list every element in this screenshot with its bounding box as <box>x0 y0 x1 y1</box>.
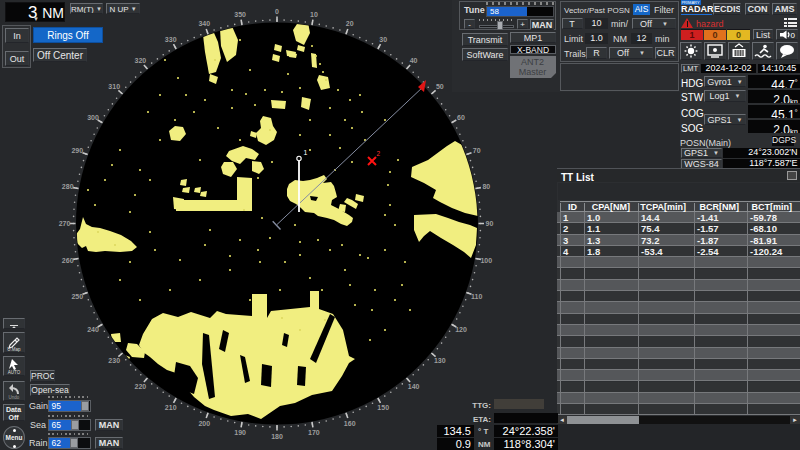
svg-text:AUTO: AUTO <box>7 370 20 375</box>
svg-text:150: 150 <box>377 404 389 411</box>
svg-text:1: 1 <box>304 149 308 156</box>
svg-text:170: 170 <box>308 429 320 436</box>
svg-text:10: 10 <box>310 11 318 18</box>
svg-text:340: 340 <box>198 20 210 27</box>
svg-text:20: 20 <box>346 20 354 27</box>
svg-text:280: 280 <box>62 183 74 190</box>
svg-text:240: 240 <box>87 326 99 333</box>
svg-text:0: 0 <box>791 31 796 40</box>
svg-text:0: 0 <box>275 8 279 15</box>
svg-text:50: 50 <box>436 83 444 90</box>
svg-text:130: 130 <box>434 357 446 364</box>
svg-text:330: 330 <box>165 36 177 43</box>
svg-text:100: 100 <box>480 257 492 264</box>
svg-text:270: 270 <box>59 220 71 227</box>
svg-text:30: 30 <box>379 36 387 43</box>
svg-text:60: 60 <box>457 114 465 121</box>
svg-text:90: 90 <box>486 220 494 227</box>
svg-text:230: 230 <box>108 357 120 364</box>
svg-text:160: 160 <box>344 420 356 427</box>
svg-text:200: 200 <box>198 420 210 427</box>
svg-text:70: 70 <box>473 147 481 154</box>
svg-text:290: 290 <box>71 147 83 154</box>
svg-text:320: 320 <box>135 57 147 64</box>
svg-text:180: 180 <box>271 433 283 440</box>
svg-text:2: 2 <box>377 150 381 157</box>
svg-text:Undo: Undo <box>8 395 19 400</box>
svg-text:250: 250 <box>71 293 83 300</box>
svg-text:300: 300 <box>87 114 99 121</box>
svg-text:U.Map: U.Map <box>7 347 21 352</box>
svg-text:110: 110 <box>471 293 482 300</box>
svg-text:80: 80 <box>482 183 490 190</box>
svg-text:210: 210 <box>165 404 177 411</box>
svg-text:350: 350 <box>234 11 246 18</box>
svg-text:260: 260 <box>62 257 74 264</box>
svg-text:140: 140 <box>408 383 420 390</box>
svg-text:220: 220 <box>135 383 147 390</box>
svg-text:190: 190 <box>234 429 246 436</box>
svg-text:120: 120 <box>455 326 467 333</box>
svg-text:310: 310 <box>108 83 120 90</box>
svg-text:40: 40 <box>410 57 418 64</box>
